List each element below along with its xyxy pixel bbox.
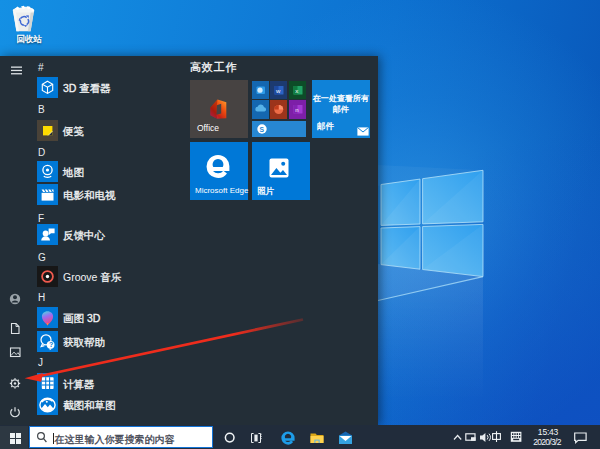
svg-text:15:43: 15:43: [538, 427, 559, 437]
svg-text:w: w: [275, 88, 281, 94]
svg-text:?: ?: [49, 341, 53, 348]
svg-text:x: x: [295, 88, 298, 94]
svg-text:n: n: [295, 107, 298, 113]
svg-text:S: S: [259, 126, 264, 133]
svg-text:2020/3/2: 2020/3/2: [533, 437, 561, 447]
